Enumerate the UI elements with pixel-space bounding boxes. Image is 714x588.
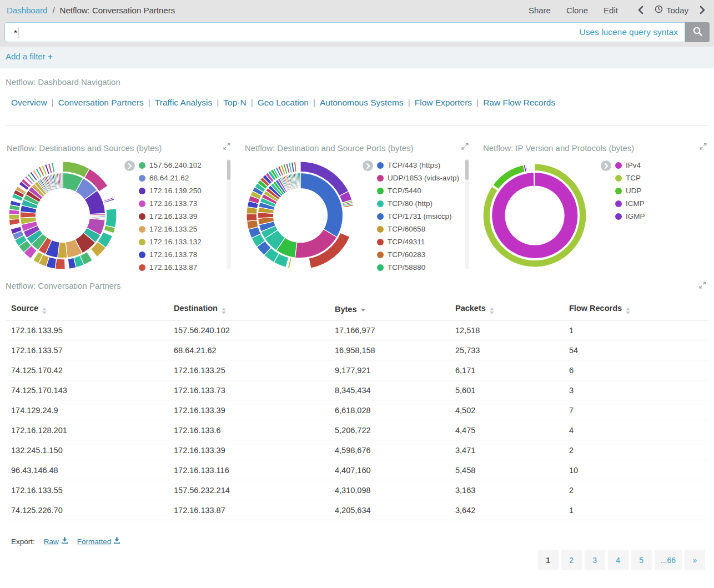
legend-dot: [615, 188, 622, 194]
legend-item-tcp-5440[interactable]: TCP/5440: [377, 184, 461, 197]
legend-label: 68.64.21.62: [149, 174, 189, 182]
nav-link-conversation-partners[interactable]: Conversation Partners: [58, 98, 144, 107]
legend-next-icon[interactable]: [363, 160, 373, 171]
legend-dot: [615, 175, 622, 182]
scrollbar-thumb[interactable]: [465, 160, 469, 180]
legend-label: TCP/5440: [388, 187, 421, 195]
column-header-destination[interactable]: Destination: [168, 298, 329, 320]
breadcrumb-current: Netflow: Conversation Partners: [60, 6, 175, 15]
table-cell: 4: [564, 420, 708, 440]
legend-item-igmp[interactable]: IGMP: [615, 210, 700, 223]
share-button[interactable]: Share: [529, 6, 551, 15]
time-prev-icon[interactable]: [638, 6, 643, 14]
table-cell: 172.16.133.55: [6, 480, 168, 500]
column-label: Bytes: [335, 305, 357, 314]
sunburst-chart[interactable]: [0, 150, 128, 273]
page-button-5[interactable]: 5: [631, 550, 652, 570]
legend-item-tcp-60658[interactable]: TCP/60658: [377, 223, 461, 235]
page-button-4[interactable]: 4: [608, 550, 628, 570]
legend-item-tcp-1731-msiccp[interactable]: TCP/1731 (msiccp): [377, 210, 461, 223]
sunburst-segment[interactable]: [492, 172, 578, 258]
nav-link-overview[interactable]: Overview: [11, 98, 47, 107]
legend-item-tcp-443-https[interactable]: TCP/443 (https): [377, 159, 461, 172]
nav-link-raw-flow-records[interactable]: Raw Flow Records: [483, 98, 555, 107]
search-input[interactable]: * Uses lucene query syntax: [4, 22, 685, 42]
legend-item-ipv4[interactable]: IPv4: [615, 159, 700, 172]
chart-panel-ip-protocols: Netflow: IP Version and Protocols (bytes…: [476, 125, 714, 277]
page-button-3[interactable]: 3: [585, 550, 605, 570]
column-label: Packets: [455, 304, 486, 313]
expand-icon[interactable]: [699, 281, 706, 291]
nav-link-flow-exporters[interactable]: Flow Exporters: [415, 98, 472, 107]
legend-dot: [377, 252, 384, 258]
sunburst-chart[interactable]: [238, 150, 366, 273]
expand-icon[interactable]: [461, 142, 469, 152]
legend-item-172-16-133-78[interactable]: 172.16.133.78: [139, 248, 223, 261]
legend-item-icmp[interactable]: ICMP: [615, 197, 700, 210]
legend-item-tcp-58880[interactable]: TCP/58880: [377, 261, 461, 274]
legend-item-157-56-240-102[interactable]: 157.56.240.102: [139, 159, 223, 172]
nav-separator: |: [408, 98, 410, 107]
plus-icon: +: [48, 52, 53, 61]
legend-dot: [139, 213, 145, 220]
dashboard-navigation-panel: Netflow: Dashboard Navigation Overview|C…: [0, 68, 714, 125]
expand-icon[interactable]: [223, 142, 230, 152]
sunburst-segment[interactable]: [299, 173, 300, 188]
time-picker-button[interactable]: Today: [655, 5, 688, 15]
table-cell: 174.129.24.9: [6, 400, 168, 420]
legend-item-tcp-80-http[interactable]: TCP/80 (http): [377, 197, 461, 210]
download-icon: [113, 537, 120, 546]
legend-item-udp-1853-vids-avtp[interactable]: UDP/1853 (vids-avtp): [377, 172, 461, 184]
nav-link-traffic-analysis[interactable]: Traffic Analysis: [155, 98, 212, 107]
sunburst-segment[interactable]: [61, 173, 63, 188]
sunburst-segment[interactable]: [105, 208, 117, 228]
column-header-source[interactable]: Source: [6, 298, 168, 320]
clone-button[interactable]: Clone: [566, 6, 588, 15]
column-header-bytes[interactable]: Bytes: [329, 298, 450, 320]
page-button-1[interactable]: 1: [538, 550, 559, 570]
page-button-[interactable]: »: [685, 550, 705, 570]
legend-item-172-16-133-73[interactable]: 172.16.133.73: [139, 197, 223, 210]
legend-dot: [377, 200, 384, 207]
legend-item-tcp[interactable]: TCP: [615, 172, 700, 184]
page-button-66[interactable]: ...66: [655, 550, 682, 570]
sunburst-segment[interactable]: [9, 214, 19, 220]
export-raw-link[interactable]: Raw: [44, 537, 68, 546]
legend-item-172-16-133-87[interactable]: 172.16.133.87: [139, 261, 223, 274]
breadcrumb-dashboard-link[interactable]: Dashboard: [7, 6, 47, 15]
search-button[interactable]: [685, 22, 710, 42]
nav-link-autonomous-systems[interactable]: Autonomous Systems: [320, 98, 404, 107]
time-next-icon[interactable]: [700, 6, 705, 14]
legend-item-udp[interactable]: UDP: [615, 184, 700, 197]
table-row: 172.16.133.95157.56.240.10217,166,97712,…: [6, 320, 708, 340]
legend-next-icon[interactable]: [124, 160, 135, 171]
legend-scrollbar[interactable]: [227, 159, 231, 269]
add-filter-button[interactable]: Add a filter +: [6, 52, 53, 61]
scrollbar-thumb[interactable]: [227, 160, 230, 180]
export-formatted-link[interactable]: Formatted: [77, 537, 121, 546]
nav-link-geo-location[interactable]: Geo Location: [258, 98, 309, 107]
table-row: 172.16.133.55157.56.232.2144,310,0983,16…: [6, 480, 708, 500]
legend-label: ICMP: [626, 199, 645, 208]
nav-separator: |: [476, 98, 479, 107]
legend-item-172-16-133-39[interactable]: 172.16.133.39: [139, 210, 223, 223]
column-header-packets[interactable]: Packets: [450, 298, 564, 320]
expand-icon[interactable]: [700, 142, 707, 152]
table-cell: 3,642: [450, 500, 564, 520]
legend-item-172-16-139-250[interactable]: 172.16.139.250: [139, 184, 223, 197]
legend-item-tcp-49311[interactable]: TCP/49311: [377, 235, 461, 248]
nav-link-top-n[interactable]: Top-N: [223, 98, 246, 107]
lucene-syntax-link[interactable]: Uses lucene query syntax: [580, 27, 678, 37]
legend-item-68-64-21-62[interactable]: 68.64.21.62: [139, 172, 223, 184]
page-button-2[interactable]: 2: [561, 550, 582, 570]
edit-button[interactable]: Edit: [604, 6, 618, 15]
search-query-value: *: [14, 27, 18, 38]
legend-item-tcp-60283[interactable]: TCP/60283: [377, 248, 461, 261]
legend-next-icon[interactable]: [601, 160, 611, 171]
legend-item-172-16-133-25[interactable]: 172.16.133.25: [139, 223, 223, 235]
sunburst-chart[interactable]: [476, 150, 604, 273]
sunburst-segment[interactable]: [247, 214, 257, 221]
legend-scrollbar[interactable]: [465, 159, 469, 269]
legend-item-172-16-133-132[interactable]: 172.16.133.132: [139, 235, 223, 248]
column-header-flow-records[interactable]: Flow Records: [564, 298, 708, 320]
